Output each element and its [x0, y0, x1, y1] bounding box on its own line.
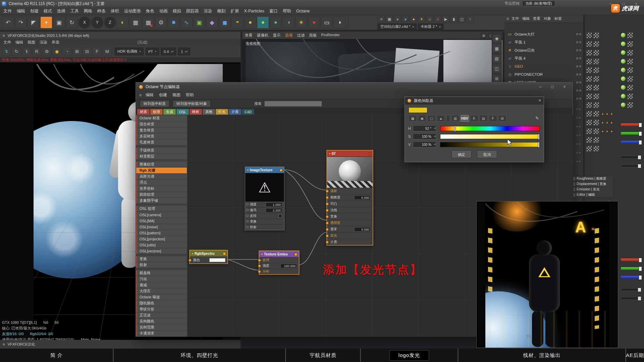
object-name[interactable]: Octane大灯 [515, 32, 535, 37]
value-slider[interactable] [621, 297, 642, 300]
object-name[interactable]: 平面.4 [515, 56, 526, 61]
octane-dialog-icon[interactable]: ◼ [219, 16, 231, 28]
node-list-item[interactable]: 复合材质 [136, 127, 187, 133]
material-sphere-icon[interactable] [621, 76, 626, 81]
lv-region-icon[interactable]: ◫ [458, 16, 466, 22]
tonemap-dropdown[interactable]: HDR 色调映▾ [115, 48, 144, 55]
scale-tool-icon[interactable]: ▣ [53, 16, 65, 28]
chapter-section[interactable]: 简 介 [0, 349, 113, 362]
menu-item[interactable]: 视图 [172, 92, 180, 98]
node-editor-titlebar[interactable]: Octane 节点编辑器 ─ □ × [136, 82, 573, 91]
gray-mode-icon[interactable]: ▢ [427, 115, 436, 122]
node-row[interactable]: 反转 [245, 213, 284, 219]
viewport-menu-item[interactable]: 选项 [285, 33, 293, 38]
material-sphere-icon[interactable] [621, 94, 626, 99]
color-swatch[interactable] [209, 258, 225, 262]
menu-item[interactable]: 跟踪器 [186, 8, 199, 14]
node-row[interactable]: 漫射 [327, 188, 373, 194]
menu-item[interactable]: 动画 [159, 8, 168, 14]
minimize-button[interactable]: ─ [534, 82, 546, 91]
node-list-item[interactable]: 材质图层 [136, 154, 187, 159]
chapter-section[interactable]: 宇航员材质 [285, 349, 360, 362]
node-list-item[interactable]: 混合材质 [136, 121, 187, 127]
checker-icon[interactable] [593, 146, 599, 152]
material-sphere-icon[interactable] [621, 103, 626, 107]
checker-icon[interactable] [593, 85, 599, 90]
texture-row[interactable]: ▲ ▲ ▲ [585, 127, 618, 135]
node-row[interactable]: 变换 [245, 219, 284, 224]
collapse-icon[interactable]: ▾ [247, 169, 249, 172]
menu-item[interactable]: 工具 [70, 8, 79, 14]
param-value[interactable]: 1.000 [266, 202, 282, 207]
node-list-item[interactable]: 毛发材质 [136, 139, 187, 145]
shader-channel-row[interactable]: Emission | 发光 [570, 187, 613, 192]
y-axis-lock[interactable]: Y [91, 16, 103, 28]
node-row[interactable]: 强度 1.000 [245, 201, 284, 207]
move-tool-icon[interactable]: + [40, 16, 52, 28]
object-name[interactable]: GEO [515, 64, 523, 68]
material-sphere-icon[interactable] [621, 68, 626, 72]
menu-item[interactable]: 选择 [57, 8, 65, 14]
viewport-menu-item[interactable]: 过滤 [297, 33, 305, 38]
node-rgbspectrum[interactable]: ▾ RgbSpectru 颜色 [190, 250, 228, 264]
checker-icon[interactable] [627, 59, 633, 64]
node-list-item[interactable]: 多层材质 [136, 133, 187, 139]
mograph-icon[interactable]: ▣ [193, 16, 205, 28]
menu-item[interactable]: 标签 [554, 16, 562, 21]
object-tag-dots[interactable] [576, 33, 581, 35]
object-row[interactable]: ▭ Octane大灯 [504, 30, 583, 38]
pause-icon[interactable]: ‖ [22, 47, 31, 56]
checker-icon[interactable] [586, 50, 592, 56]
menu-item[interactable]: 编辑 [146, 92, 154, 98]
node-list-item[interactable]: OSL[noise] [136, 224, 187, 230]
node-list-item[interactable] [136, 160, 187, 161]
texture-row[interactable] [620, 57, 644, 66]
object-tag-dots[interactable] [576, 49, 581, 51]
render-picture-viewer-icon[interactable]: ▦ [142, 16, 154, 28]
menu-item[interactable]: 雕刻 [217, 8, 226, 14]
checker-icon[interactable] [593, 41, 599, 47]
menu-item[interactable]: 文件 [3, 40, 11, 45]
texture-row[interactable] [585, 57, 618, 66]
menu-item[interactable]: 样条 [97, 8, 106, 14]
render-settings-icon[interactable]: ⚙ [155, 16, 167, 28]
chapter-section[interactable]: logo发光 [360, 349, 458, 362]
node-list-item[interactable] [136, 204, 187, 205]
lv-menu-icon[interactable]: ≡ [378, 16, 385, 22]
object-name[interactable]: PIPCONECTOR [515, 72, 543, 76]
checker-icon[interactable] [627, 102, 633, 108]
k-mode-icon[interactable]: K [470, 115, 478, 122]
shader-channel-row[interactable]: Displacement | 置换 [570, 181, 613, 187]
node-list-item[interactable]: 实例颜色 [136, 318, 187, 324]
blue-channel-bar[interactable] [621, 141, 642, 143]
material-sphere-icon[interactable] [621, 59, 626, 64]
menu-item[interactable]: 窗口 [269, 8, 278, 14]
node-header[interactable]: ▾ RgbSpectru [190, 250, 227, 256]
close-button[interactable]: × [538, 98, 541, 103]
restart-icon[interactable]: R [32, 47, 41, 56]
lv-sun-icon[interactable]: ☀ [418, 16, 425, 22]
param-value[interactable]: 0.000 [354, 227, 371, 232]
menu-item[interactable]: 对象 [544, 16, 551, 21]
octane-render-icon[interactable]: ● [308, 16, 320, 28]
viewport-menu-item[interactable]: 显示 [273, 33, 281, 38]
close-button[interactable]: × [558, 82, 571, 91]
node-list-item[interactable] [136, 145, 187, 147]
collapse-icon[interactable]: ▾ [329, 152, 330, 155]
document-tab[interactable]: 空间站白膜2.c4d * ▾ [378, 23, 417, 30]
texture-row[interactable] [585, 31, 618, 40]
node-row[interactable]: 介质 [327, 239, 373, 245]
swatch-grid-icon[interactable]: ▦ [409, 115, 417, 122]
node-list-item[interactable]: 随机颜色 [136, 300, 187, 306]
node-list-item[interactable]: OSL[vectron] [136, 248, 187, 254]
node-list-item[interactable]: 棋盘格 [136, 270, 187, 276]
hamburger-icon[interactable]: ≡ [3, 34, 5, 38]
menu-item[interactable]: 编辑 [522, 16, 530, 21]
menu-item[interactable]: 视图 [28, 40, 35, 45]
node-row[interactable]: 颜色 [190, 256, 227, 263]
grid-mode-icon[interactable]: ⊞ [498, 115, 506, 122]
chapter-section[interactable]: AE后期 [626, 349, 644, 362]
menu-item[interactable]: 网格 [84, 8, 92, 14]
node-list-item[interactable]: 图像纹理 [136, 162, 187, 167]
texture-row[interactable] [620, 83, 644, 92]
